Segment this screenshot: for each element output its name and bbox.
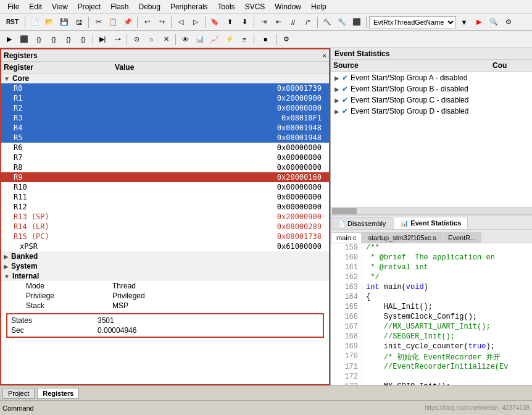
bp-disable[interactable]: ○ bbox=[144, 33, 158, 46]
bp-toggle[interactable]: ⊙ bbox=[130, 33, 143, 46]
table-row[interactable]: R6 0x00000000 bbox=[1, 143, 329, 153]
debug-btn[interactable]: ⬛ bbox=[350, 15, 364, 29]
cut-button[interactable]: ✂ bbox=[91, 15, 105, 29]
system-group-header[interactable]: ▶ System bbox=[1, 261, 329, 271]
rebuild-button[interactable]: 🔧 bbox=[335, 15, 349, 29]
target-combo[interactable]: EvtRtxThreadGetName bbox=[369, 16, 456, 28]
reg-name: R3 bbox=[14, 114, 112, 122]
outdent-button[interactable]: ⇤ bbox=[272, 15, 285, 29]
prev-bookmark-button[interactable]: ⬆ bbox=[223, 15, 236, 29]
table-row[interactable]: R10 0x00000000 bbox=[1, 182, 329, 192]
menu-help[interactable]: Help bbox=[306, 1, 331, 12]
comment-button[interactable]: // bbox=[286, 15, 300, 29]
registers-close[interactable]: × bbox=[323, 52, 326, 59]
states-row[interactable]: States 3501 bbox=[9, 316, 322, 325]
redo-button[interactable]: ↪ bbox=[155, 15, 168, 29]
table-row[interactable]: R15 (PC) 0x08001738 bbox=[1, 232, 329, 241]
menu-project[interactable]: Project bbox=[73, 1, 106, 12]
more-btn[interactable]: ⚙ bbox=[502, 15, 515, 29]
tab-eventr[interactable]: EventR... bbox=[443, 232, 481, 243]
nav-back-button[interactable]: ◁ bbox=[174, 15, 188, 29]
table-row[interactable]: R1 0x20000900 bbox=[1, 93, 329, 103]
menu-peripherals[interactable]: Peripherals bbox=[165, 1, 213, 12]
tab-main-c[interactable]: main.c bbox=[331, 232, 362, 243]
nav-fwd-button[interactable]: ▷ bbox=[189, 15, 202, 29]
menu-svcs[interactable]: SVCS bbox=[240, 1, 270, 12]
run-btn[interactable]: ▶ bbox=[472, 15, 486, 29]
bookmark-button[interactable]: 🔖 bbox=[208, 15, 222, 29]
table-row[interactable]: R12 0x00000000 bbox=[1, 202, 329, 212]
event-scrollbar[interactable] bbox=[331, 207, 532, 214]
step-button[interactable]: {} bbox=[32, 33, 46, 46]
run-button[interactable]: ▶ bbox=[2, 33, 16, 46]
menu-debug[interactable]: Debug bbox=[134, 1, 165, 12]
table-row[interactable]: R14 (LR) 0x08000289 bbox=[1, 222, 329, 232]
table-row[interactable]: R9 0x20000160 bbox=[1, 172, 329, 182]
table-row[interactable]: R4 0x08001948 bbox=[1, 123, 329, 133]
menu-file[interactable]: File bbox=[2, 1, 24, 12]
memory-btn[interactable]: 📊 bbox=[193, 33, 207, 46]
logic-btn[interactable]: ⚡ bbox=[223, 33, 236, 46]
list-item[interactable]: ▶ ✔ Event Start/Stop Group A - disabled bbox=[332, 73, 531, 83]
menu-flash[interactable]: Flash bbox=[106, 1, 133, 12]
copy-button[interactable]: 📋 bbox=[106, 15, 120, 29]
table-row[interactable]: xPSR 0x61000000 bbox=[1, 241, 329, 251]
new-file-button[interactable]: 📄 bbox=[28, 15, 41, 29]
more2-btn[interactable]: ≡ bbox=[238, 33, 251, 46]
next-bookmark-button[interactable]: ⬇ bbox=[238, 15, 251, 29]
combo-action[interactable]: ▼ bbox=[457, 15, 471, 29]
code-body[interactable]: 159 /** 160 * @brief The application en … bbox=[331, 243, 532, 385]
table-row[interactable]: R7 0x00000000 bbox=[1, 153, 329, 162]
menu-window[interactable]: Window bbox=[270, 1, 306, 12]
table-row[interactable]: Privilege Privileged bbox=[1, 291, 329, 301]
indent-button[interactable]: ⇥ bbox=[257, 15, 270, 29]
table-row[interactable]: R3 0x08018F1 bbox=[1, 113, 329, 123]
internal-group-header[interactable]: ▼ Internal bbox=[1, 271, 329, 281]
tab-event-statistics[interactable]: 📊 Event Statistics bbox=[394, 217, 468, 229]
core-group-header[interactable]: ▼ Core bbox=[1, 73, 329, 83]
watch-btn[interactable]: 👁 bbox=[178, 33, 192, 46]
reset-debug-btn[interactable]: ■ bbox=[257, 33, 274, 46]
save-all-button[interactable]: 🖫 bbox=[72, 15, 86, 29]
settings-btn[interactable]: ⚙ bbox=[280, 33, 293, 46]
perf-btn[interactable]: 📈 bbox=[208, 33, 222, 46]
bp-kill[interactable]: ✕ bbox=[159, 33, 173, 46]
list-item[interactable]: ▶ ✔ Event Start/Stop Group C - disabled bbox=[332, 95, 531, 105]
table-row[interactable]: R8 0x00000000 bbox=[1, 162, 329, 172]
tab-startup[interactable]: startup_stm32f105xc.s bbox=[362, 232, 442, 243]
search-btn[interactable]: 🔍 bbox=[487, 15, 501, 29]
step-over-button[interactable]: {} bbox=[47, 33, 60, 46]
show-next[interactable]: ⭢ bbox=[110, 33, 124, 46]
undo-button[interactable]: ↩ bbox=[140, 15, 154, 29]
open-button[interactable]: 📂 bbox=[43, 15, 56, 29]
table-row[interactable]: Mode Thread bbox=[1, 281, 329, 291]
run-to-cursor[interactable]: ▶| bbox=[96, 33, 109, 46]
menu-view[interactable]: View bbox=[47, 1, 73, 12]
table-row[interactable]: R2 0x00000000 bbox=[1, 103, 329, 113]
table-row[interactable]: R11 0x00000000 bbox=[1, 192, 329, 202]
project-tab[interactable]: Project bbox=[2, 388, 35, 399]
paste-button[interactable]: 📌 bbox=[121, 15, 135, 29]
table-row[interactable]: R0 0x08001739 bbox=[1, 83, 329, 93]
menu-edit[interactable]: Edit bbox=[24, 1, 47, 12]
line-num-167: 167 bbox=[341, 322, 362, 331]
menu-tools[interactable]: Tools bbox=[213, 1, 240, 12]
table-row[interactable]: Stack MSP bbox=[1, 301, 329, 311]
uncomment-button[interactable]: /* bbox=[301, 15, 315, 29]
step-out-button[interactable]: {} bbox=[62, 33, 75, 46]
reg-col-value: Value bbox=[115, 63, 326, 72]
tab-disassembly[interactable]: 📄 Disassembly bbox=[331, 217, 393, 229]
registers-tab[interactable]: Registers bbox=[37, 388, 79, 399]
sec-row[interactable]: Sec 0.00004946 bbox=[9, 325, 322, 335]
list-item[interactable]: ▶ ✔ Event Start/Stop Group D - disabled bbox=[332, 106, 531, 116]
banked-group-header[interactable]: ▶ Banked bbox=[1, 251, 329, 261]
stop-button[interactable]: ⬛ bbox=[17, 33, 31, 46]
rst-button[interactable]: RST bbox=[2, 15, 22, 29]
step-into-button[interactable]: {} bbox=[77, 33, 90, 46]
scrollbar-thumb[interactable] bbox=[332, 208, 357, 214]
table-row[interactable]: R5 0x08001948 bbox=[1, 133, 329, 143]
table-row[interactable]: R13 (SP) 0x20000900 bbox=[1, 212, 329, 222]
list-item[interactable]: ▶ ✔ Event Start/Stop Group B - disabled bbox=[332, 84, 531, 94]
build-button[interactable]: 🔨 bbox=[320, 15, 334, 29]
save-button[interactable]: 💾 bbox=[57, 15, 71, 29]
